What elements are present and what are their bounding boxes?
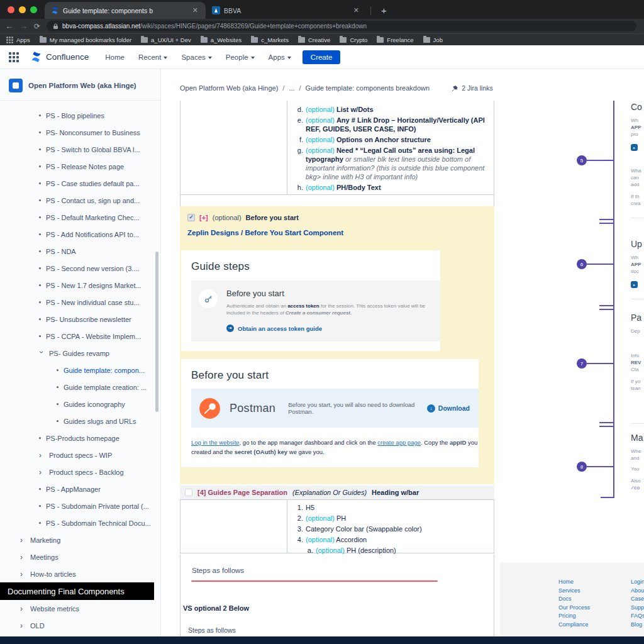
download-link[interactable]: ↓ Download [427, 404, 470, 413]
sidebar-item[interactable]: PS- Nonconsumer to Business [0, 124, 160, 141]
footer-link[interactable]: FAQs [631, 612, 644, 621]
steps-cell: Steps as follows VS optional 2 Below Ste… [180, 554, 494, 644]
inline-link[interactable]: Log in the website [191, 439, 240, 446]
sidebar-item[interactable]: ›Product specs - WIP [0, 447, 160, 464]
app-switcher-icon[interactable] [9, 52, 19, 62]
nav-people[interactable]: People [226, 53, 255, 61]
footer-link[interactable]: Pricing [558, 612, 590, 621]
sidebar-item[interactable]: PS - Subdomain Technical Docu... [0, 514, 160, 531]
sidebar-item[interactable]: ›Website metrics [0, 600, 160, 617]
browser-tab-active[interactable]: Guide template: components b ✕ [45, 2, 206, 19]
bookmark-folder[interactable]: Creative [298, 36, 330, 43]
footer-link[interactable]: Docs [558, 595, 590, 604]
sidebar-item[interactable]: ›How-to articles [0, 565, 160, 582]
close-tab-icon[interactable]: ✕ [352, 6, 360, 14]
close-tab-icon[interactable]: ✕ [191, 6, 199, 14]
checkbox-unchecked[interactable] [185, 489, 192, 496]
window-controls [0, 0, 45, 19]
create-button[interactable]: Create [303, 50, 341, 64]
bookmark-folder[interactable]: Job [423, 36, 443, 43]
bookmark-folder[interactable]: a_UX/UI + Dev [141, 36, 191, 43]
sidebar-item[interactable]: ›OLD [0, 617, 160, 634]
sidebar-item[interactable]: PS - AppManager [0, 480, 160, 497]
jira-links[interactable]: 2 Jira links [452, 84, 493, 92]
footer-link[interactable]: Case St [631, 595, 644, 604]
sidebar-item[interactable]: ›Marketing [0, 531, 160, 548]
new-tab-button[interactable]: + [377, 5, 391, 16]
apps-bookmark[interactable]: Apps [6, 36, 30, 43]
footer-link[interactable]: Compliance [558, 621, 590, 630]
bookmark-folder[interactable]: Freelance [377, 36, 413, 43]
access-token-guide-link[interactable]: ➜ Obtain an access token guide [226, 325, 430, 332]
breadcrumb-page-link[interactable]: Guide template: components breakdown [306, 84, 430, 92]
sidebar-item[interactable]: PS - New 1.7 designs Market... [0, 277, 160, 294]
footer-link[interactable]: Support [631, 604, 644, 613]
footer-link[interactable]: Home [558, 578, 590, 587]
sidebar-item[interactable]: PS - Release Notes page [0, 158, 160, 175]
minimize-window-button[interactable] [19, 6, 26, 13]
back-button[interactable]: ← [5, 22, 13, 30]
sidebar-item[interactable]: PS - Default Marketing Chec... [0, 209, 160, 226]
bullet-icon [39, 522, 41, 524]
close-window-button[interactable] [8, 6, 14, 13]
sidebar-item[interactable]: PS - NDA [0, 243, 160, 260]
address-bar[interactable]: bbva-compass.atlassian.net/wiki/spaces/H… [47, 21, 636, 31]
folder-icon [298, 37, 305, 43]
sidebar-item[interactable]: PS-Products homepage [0, 430, 160, 447]
sidebar-item[interactable]: Guides slugs and URLs [0, 413, 160, 430]
components-table-top: d.(optional) List w/Dotse.(optional) Any… [180, 101, 494, 195]
browser-tab-bbva[interactable]: BBVA ✕ [206, 2, 367, 19]
bullet-icon [39, 148, 41, 150]
reload-button[interactable]: ⟳ [34, 22, 40, 31]
footer-link[interactable]: Login [631, 578, 644, 587]
sidebar-item[interactable]: PS - Case studies default pa... [0, 175, 160, 192]
bookmark-folder[interactable]: a_Websites [201, 36, 242, 43]
folder-icon [201, 37, 208, 43]
sidebar-item-active[interactable]: Guide template: compon... [0, 362, 160, 379]
nav-home[interactable]: Home [105, 53, 125, 61]
sidebar-item[interactable]: PS - Add Notifications API to... [0, 226, 160, 243]
space-header[interactable]: Open Platform Web (aka Hinge) [0, 69, 160, 101]
optional-title: Before you start [246, 214, 299, 221]
bullet-icon [39, 318, 41, 320]
sidebar-item[interactable]: PS - Contact us, sign up and... [0, 192, 160, 209]
sidebar-item[interactable]: ›Product specs - Backlog [0, 464, 160, 480]
confluence-logo[interactable]: Confluence [30, 51, 89, 63]
sidebar-item[interactable]: Guides iconography [0, 396, 160, 413]
footer-link[interactable]: Blog [631, 621, 644, 630]
sidebar-item[interactable]: PS - Switch to Global BBVA l... [0, 141, 160, 158]
forward-button[interactable]: → [19, 22, 28, 30]
sidebar-item[interactable]: ›Meetings [0, 548, 160, 565]
sidebar-item[interactable]: Guide template creation: ... [0, 379, 160, 396]
timeline-tick [599, 219, 614, 220]
list-item: 1.H5 [295, 503, 489, 512]
bookmark-folder[interactable]: My managed bookmarks folder [40, 36, 131, 43]
footer-link[interactable]: Services [558, 587, 590, 596]
space-title: Open Platform Web (aka Hinge) [28, 82, 136, 89]
nav-apps[interactable]: Apps [269, 53, 291, 61]
footer-link[interactable]: Our Process [558, 604, 590, 613]
bullet-icon [39, 335, 41, 337]
sidebar-scrollbar[interactable] [155, 252, 158, 412]
breadcrumb-space-link[interactable]: Open Platform Web (aka Hinge) [180, 84, 278, 92]
breadcrumb-ellipsis[interactable]: ... [289, 84, 294, 92]
list-item: f.(optional) Options on Anchor structure [295, 135, 489, 144]
lock-icon [53, 23, 58, 30]
apps-grid-icon [6, 36, 13, 43]
bookmark-folder[interactable]: c_Markets [251, 36, 289, 43]
zeplin-designs-link[interactable]: Zeplin Designs / Before You Start Compon… [187, 229, 343, 236]
sidebar-item[interactable]: ›PS- Guides revamp [0, 345, 160, 362]
bookmark-folder[interactable]: Crypto [340, 36, 367, 43]
footer-link[interactable]: About O [631, 587, 644, 596]
sidebar-item[interactable]: PS - New individual case stu... [0, 294, 160, 311]
sidebar-item[interactable]: PS- Unsubscribe newsletter [0, 311, 160, 328]
maximize-window-button[interactable] [30, 6, 37, 13]
sidebar-item[interactable]: PS - Subdomain Private portal (... [0, 497, 160, 514]
nav-spaces[interactable]: Spaces [181, 53, 211, 61]
sidebar-item[interactable]: PS - CCPA - Website Implem... [0, 328, 160, 345]
inline-link[interactable]: create app page [377, 439, 421, 446]
nav-recent[interactable]: Recent [138, 53, 167, 61]
sidebar-item[interactable]: PS - Second new version (3.... [0, 260, 160, 277]
sidebar-item[interactable]: PS - Blog pipelines [0, 107, 160, 124]
checkbox-checked[interactable] [187, 214, 195, 221]
